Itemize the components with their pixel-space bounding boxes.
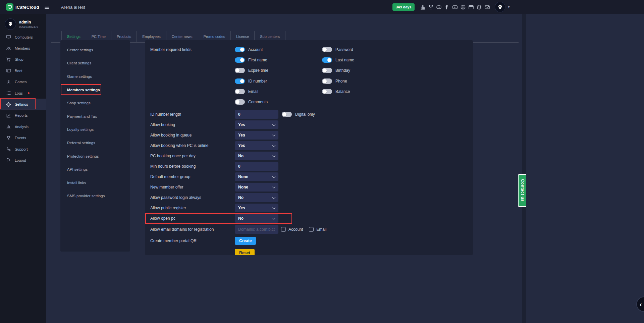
sidebar-item-label: Settings bbox=[15, 102, 28, 106]
settings-nav-shop[interactable]: Shop settings bbox=[60, 96, 130, 110]
billing-icon[interactable] bbox=[468, 4, 474, 10]
toggle-id-number[interactable] bbox=[235, 78, 245, 84]
sidebar-item-members[interactable]: Members bbox=[0, 43, 46, 54]
field-label: Allow booking when PC is online bbox=[150, 141, 232, 150]
allow-open-pc-select[interactable]: No bbox=[235, 214, 278, 223]
reset-button[interactable]: Reset bbox=[235, 249, 255, 255]
settings-nav-client[interactable]: Client settings bbox=[60, 57, 130, 70]
toggle-comments[interactable] bbox=[235, 99, 245, 105]
members-icon bbox=[6, 46, 11, 51]
days-badge[interactable]: 349 days bbox=[392, 3, 415, 11]
field-label: Allow booking in queue bbox=[150, 131, 232, 140]
sidebar-item-label: Reports bbox=[15, 113, 28, 117]
field-label: Allow open pc bbox=[150, 214, 232, 223]
checkbox-label: Email bbox=[316, 227, 326, 232]
docs-icon[interactable] bbox=[476, 4, 482, 10]
new-member-offer-select[interactable]: None bbox=[235, 183, 278, 192]
sidebar-item-analysis[interactable]: Analysis bbox=[0, 121, 46, 132]
toggle-label: Password bbox=[335, 47, 353, 52]
settings-nav-sms[interactable]: SMS provider settings bbox=[60, 190, 130, 203]
settings-nav-members[interactable]: Members settings bbox=[60, 83, 130, 97]
allow-booking-pc-online-select[interactable]: Yes bbox=[235, 141, 278, 150]
chevron-down-icon[interactable]: ▼ bbox=[507, 5, 510, 9]
toggle-phone[interactable] bbox=[322, 78, 332, 84]
trophy-icon[interactable] bbox=[428, 4, 434, 10]
sidebar-item-logout[interactable]: Logout bbox=[0, 155, 46, 166]
games-icon bbox=[6, 79, 11, 85]
sidebar-item-label: Support bbox=[15, 147, 28, 151]
topbar-icons bbox=[420, 4, 490, 10]
toggle-account[interactable] bbox=[235, 47, 245, 52]
allow-booking-in-queue-select[interactable]: Yes bbox=[235, 131, 278, 140]
toggle-row-password: Password bbox=[322, 47, 353, 52]
sidebar-item-reports[interactable]: Reports bbox=[0, 110, 46, 121]
settings-nav-loyalty[interactable]: Loyalty settings bbox=[60, 123, 130, 137]
sidebar-item-boot[interactable]: Boot bbox=[0, 65, 46, 76]
settings-nav-center[interactable]: Center settings bbox=[60, 43, 130, 57]
app-logo[interactable]: iCafeCloud bbox=[6, 3, 39, 11]
toggle-row-digital-only: Digital only bbox=[282, 112, 315, 117]
toggle-password[interactable] bbox=[322, 47, 332, 52]
sidebar: admin 005193482475 Computers Members Sho… bbox=[0, 14, 46, 323]
hamburger-menu-icon[interactable] bbox=[44, 4, 50, 10]
field-label: Member required fields bbox=[150, 45, 232, 54]
sidebar-item-shop[interactable]: Shop bbox=[0, 54, 46, 65]
topbar: iCafeCloud Arena aiTest 349 days ▼ bbox=[0, 0, 644, 14]
toggle-label: Email bbox=[248, 89, 258, 94]
toggle-label: Expire time bbox=[248, 68, 268, 73]
sidebar-user-avatar bbox=[5, 18, 16, 30]
sidebar-item-settings[interactable]: Settings bbox=[0, 99, 46, 110]
settings-nav-api[interactable]: API settings bbox=[60, 163, 130, 176]
analysis-icon bbox=[6, 124, 11, 129]
sidebar-item-events[interactable]: Events bbox=[0, 132, 46, 144]
min-hours-before-booking-input[interactable] bbox=[235, 162, 278, 171]
field-label: New member offer bbox=[150, 183, 232, 192]
sidebar-user[interactable]: admin 005193482475 bbox=[5, 18, 38, 30]
settings-nav-game[interactable]: Game settings bbox=[60, 70, 130, 83]
email-domains-input[interactable] bbox=[235, 225, 278, 234]
user-avatar[interactable] bbox=[495, 2, 505, 12]
create-qr-button[interactable]: Create bbox=[235, 237, 256, 245]
stats-icon[interactable] bbox=[420, 4, 426, 10]
chevron-down-icon bbox=[272, 133, 276, 137]
toggle-email[interactable] bbox=[235, 89, 245, 94]
allow-public-register-select[interactable]: Yes bbox=[235, 204, 278, 212]
boot-icon bbox=[6, 68, 11, 73]
scrollbar-track[interactable] bbox=[522, 14, 526, 323]
default-member-group-select[interactable]: None bbox=[235, 172, 278, 181]
sidebar-item-games[interactable]: Games bbox=[0, 76, 46, 88]
settings-nav-install-links[interactable]: Install links bbox=[60, 176, 130, 190]
account-checkbox[interactable] bbox=[281, 227, 286, 232]
facebook-icon[interactable] bbox=[444, 4, 450, 10]
center-title: Arena aiTest bbox=[61, 5, 85, 10]
settings-nav-protection[interactable]: Protection settings bbox=[60, 150, 130, 163]
email-checkbox[interactable] bbox=[309, 227, 314, 232]
settings-nav-payment[interactable]: Payment and Tax bbox=[60, 110, 130, 123]
id-number-length-input[interactable] bbox=[235, 110, 278, 119]
toggle-last-name[interactable] bbox=[322, 57, 332, 63]
toggle-expire-time[interactable] bbox=[235, 68, 245, 73]
discord-icon[interactable] bbox=[436, 4, 442, 10]
toggle-balance[interactable] bbox=[322, 89, 332, 94]
chat-widget-button[interactable]: ‹ bbox=[636, 297, 644, 312]
chevron-down-icon bbox=[272, 175, 276, 178]
toggle-birthday[interactable] bbox=[322, 68, 332, 73]
checkbox-label: Account bbox=[288, 227, 303, 232]
youtube-icon[interactable] bbox=[452, 4, 458, 10]
allow-password-login-always-select[interactable]: No bbox=[235, 193, 278, 202]
allow-booking-select[interactable]: Yes bbox=[235, 120, 278, 129]
settings-nav-referral[interactable]: Referral settings bbox=[60, 136, 130, 150]
contact-us-button[interactable]: Contact us bbox=[518, 174, 526, 207]
sidebar-item-logs[interactable]: Logs bbox=[0, 88, 46, 99]
sidebar-item-computers[interactable]: Computers bbox=[0, 32, 46, 43]
toggle-first-name[interactable] bbox=[235, 57, 245, 63]
page: iCafeCloud Arena aiTest 349 days ▼ bbox=[0, 0, 644, 323]
sidebar-item-label: Boot bbox=[15, 69, 22, 73]
pc-booking-once-per-day-select[interactable]: No bbox=[235, 152, 278, 160]
toggle-digital-only[interactable] bbox=[282, 112, 292, 117]
sidebar-item-support[interactable]: Support bbox=[0, 144, 46, 155]
settings-gear-icon bbox=[6, 102, 11, 107]
mail-icon[interactable] bbox=[484, 4, 490, 10]
globe-icon[interactable] bbox=[460, 4, 466, 10]
toggle-label: Last name bbox=[335, 58, 354, 62]
